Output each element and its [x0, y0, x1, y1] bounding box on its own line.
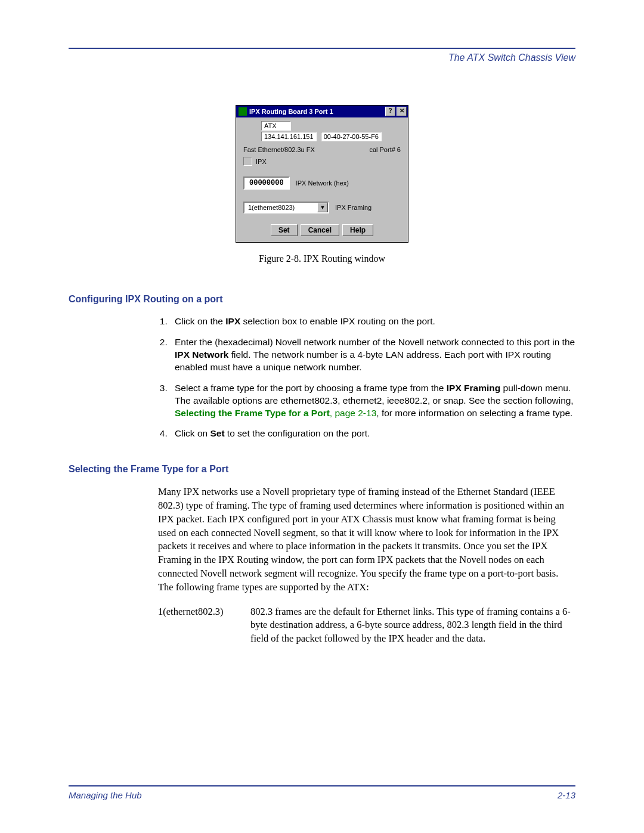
step-text: to set the configuration on the port. — [225, 428, 370, 438]
body-paragraph: Many IPX networks use a Novell proprieta… — [158, 485, 575, 594]
dialog-icon — [239, 107, 247, 116]
ipx-framing-label: IPX Framing — [335, 204, 371, 211]
steps-list: Click on the IPX selection box to enable… — [69, 315, 575, 440]
ipx-network-label: IPX Network (hex) — [296, 179, 349, 187]
step-4: Click on Set to set the configuration on… — [170, 428, 575, 440]
header-divider — [69, 48, 575, 49]
step-bold: IPX Framing — [447, 383, 500, 393]
definition-term: 1(ethernet802.3) — [158, 605, 250, 646]
step-bold: IPX — [225, 316, 240, 326]
close-icon[interactable]: ✕ — [397, 107, 407, 116]
device-name-field: ATX — [261, 121, 291, 131]
ipx-routing-dialog: IPX Routing Board 3 Port 1 ? ✕ ATX 134.1… — [236, 105, 408, 243]
footer-left: Managing the Hub — [69, 790, 142, 800]
chevron-down-icon[interactable]: ▼ — [317, 203, 328, 212]
step-text: Enter the (hexadecimal) Novell network n… — [175, 337, 575, 347]
definition-description: 802.3 frames are the default for Etherne… — [250, 605, 575, 646]
definition-row: 1(ethernet802.3) 802.3 frames are the de… — [158, 605, 575, 646]
figure-caption: Figure 2-8. IPX Routing window — [69, 253, 575, 264]
step-3: Select a frame type for the port by choo… — [170, 382, 575, 420]
ip-address-field: 134.141.161.151 — [261, 132, 317, 141]
ipx-framing-select[interactable]: 1(ethernet8023) ▼ — [243, 202, 329, 213]
step-text: selection box to enable IPX routing on t… — [240, 316, 435, 326]
step-text: Click on — [175, 428, 210, 438]
footer-page-number: 2-13 — [558, 790, 575, 800]
mac-address-field: 00-40-27-00-55-F6 — [321, 132, 382, 141]
help-button[interactable]: Help — [342, 224, 373, 236]
help-icon[interactable]: ? — [385, 107, 395, 116]
step-bold: Set — [210, 428, 224, 438]
ipx-network-input[interactable]: 00000000 — [243, 176, 290, 190]
media-type-label: Fast Ethernet/802.3u FX — [243, 146, 315, 153]
dialog-title: IPX Routing Board 3 Port 1 — [249, 108, 333, 115]
ipx-framing-value: 1(ethernet8023) — [244, 203, 317, 212]
step-1: Click on the IPX selection box to enable… — [170, 315, 575, 328]
step-bold: IPX Network — [175, 349, 228, 360]
step-text: Click on the — [175, 316, 225, 326]
cross-reference-link[interactable]: Selecting the Frame Type for a Port — [175, 408, 330, 418]
ipx-checkbox-label: IPX — [256, 158, 267, 165]
set-button[interactable]: Set — [271, 224, 298, 236]
page-header: The ATX Switch Chassis View — [69, 52, 575, 63]
step-2: Enter the (hexadecimal) Novell network n… — [170, 336, 575, 374]
step-text: field. The network number is a 4-byte LA… — [175, 349, 551, 372]
section-heading-configuring: Configuring IPX Routing on a port — [69, 294, 575, 305]
port-number-label: cal Port# 6 — [369, 146, 401, 153]
section-heading-frame-type: Selecting the Frame Type for a Port — [69, 464, 575, 475]
cancel-button[interactable]: Cancel — [301, 224, 339, 236]
step-text: , for more information on selecting a fr… — [376, 408, 572, 418]
dialog-titlebar[interactable]: IPX Routing Board 3 Port 1 ? ✕ — [236, 106, 408, 117]
step-text: Select a frame type for the port by choo… — [175, 383, 447, 393]
page-footer: Managing the Hub 2-13 — [69, 785, 575, 800]
page-reference: , page 2-13 — [330, 408, 376, 418]
ipx-checkbox[interactable] — [243, 157, 252, 166]
